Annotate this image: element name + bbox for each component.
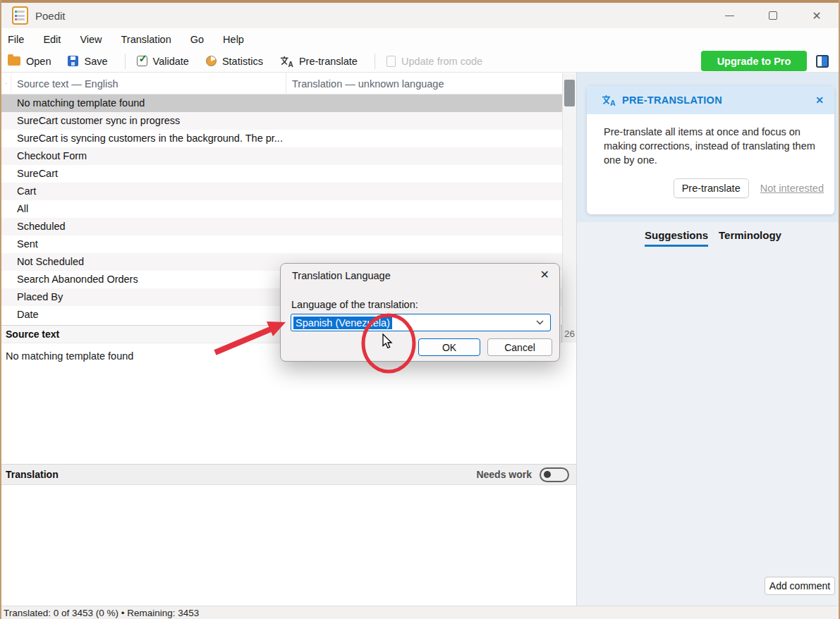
marker-column-header[interactable]: · — [1, 73, 11, 94]
open-label: Open — [26, 56, 51, 67]
list-item[interactable]: Sent — [1, 235, 562, 253]
translate-icon: A — [280, 56, 293, 67]
statusbar: Translated: 0 of 3453 (0 %) • Remaining:… — [1, 606, 839, 619]
menu-item-translation[interactable]: Translation — [121, 34, 171, 45]
source-text-title: Source text — [6, 329, 59, 340]
list-header: · Source text — English Translation — un… — [1, 73, 562, 94]
poedit-app-icon — [12, 6, 28, 25]
needs-work-label: Needs work — [476, 469, 532, 480]
ok-button[interactable]: OK — [418, 338, 480, 356]
dialog-title: Translation Language — [292, 270, 391, 281]
add-comment-button[interactable]: Add comment — [765, 577, 835, 595]
pre-translate-label: Pre-translate — [299, 56, 358, 67]
needs-work-control: Needs work — [476, 467, 569, 482]
pre-translate-action-button[interactable]: Pre-translate — [674, 178, 749, 198]
toolbar-separator — [125, 54, 126, 69]
card-actions: Pre-translate Not interested — [587, 167, 834, 198]
pre-translation-card-header: A PRE-TRANSLATION ✕ — [587, 86, 834, 114]
document-icon — [386, 56, 396, 67]
list-item[interactable]: SureCart is syncing customers in the bac… — [1, 130, 562, 147]
pre-translation-title: PRE-TRANSLATION — [622, 94, 722, 106]
titlebar: Poedit ✕ — [1, 3, 839, 28]
tab-suggestions[interactable]: Suggestions — [645, 229, 708, 247]
menu-item-help[interactable]: Help — [223, 34, 244, 45]
list-item[interactable]: Cart — [1, 183, 562, 200]
list-scrollbar[interactable] — [562, 73, 576, 325]
list-item[interactable]: Checkout Form — [1, 147, 562, 165]
list-item[interactable]: SureCart customer sync in progress — [1, 112, 562, 130]
close-button[interactable]: ✕ — [795, 3, 839, 28]
save-button[interactable]: Save — [68, 56, 107, 67]
update-from-code-label: Update from code — [401, 56, 482, 67]
translation-input-area[interactable] — [1, 485, 576, 606]
list-item[interactable]: All — [1, 200, 562, 218]
menu-item-edit[interactable]: Edit — [43, 34, 61, 45]
tab-terminology[interactable]: Terminology — [719, 229, 781, 247]
status-text: Translated: 0 of 3453 (0 %) • Remaining:… — [4, 608, 199, 618]
scrollbar-thumb[interactable] — [564, 80, 575, 106]
entry-id-badge: 26 — [561, 325, 577, 343]
pre-translation-card: A PRE-TRANSLATION ✕ Pre-translate all it… — [587, 86, 834, 214]
menubar: FileEditViewTranslationGoHelp — [1, 28, 839, 50]
maximize-button[interactable] — [751, 3, 795, 28]
sidebar-tabs: SuggestionsTerminology — [645, 229, 781, 247]
language-field-label: Language of the translation: — [291, 299, 418, 310]
update-from-code-button: Update from code — [386, 56, 482, 67]
menu-item-go[interactable]: Go — [190, 34, 204, 45]
pie-chart-icon — [206, 56, 217, 66]
sidebar: A PRE-TRANSLATION ✕ Pre-translate all it… — [577, 73, 839, 606]
list-item[interactable]: Scheduled — [1, 218, 562, 235]
poedit-window: Poedit ✕ FileEditViewTranslationGoHelp O… — [0, 0, 840, 619]
statistics-label: Statistics — [222, 56, 263, 67]
statistics-button[interactable]: Statistics — [206, 56, 263, 67]
window-frame-top — [0, 0, 840, 3]
not-interested-link[interactable]: Not interested — [760, 183, 824, 194]
save-icon — [68, 56, 78, 66]
folder-icon — [8, 56, 20, 66]
toolbar: Open Save ✓ Validate Statistics A Pre-tr… — [1, 50, 839, 73]
window-title: Poedit — [35, 10, 66, 22]
window-controls: ✕ — [707, 3, 839, 28]
translation-language-dialog: Translation Language ✕ Language of the t… — [280, 263, 560, 362]
save-label: Save — [84, 56, 107, 67]
pre-translation-description: Pre-translate all items at once and focu… — [587, 114, 834, 167]
pre-translate-button[interactable]: A Pre-translate — [280, 56, 358, 67]
sidebar-toggle-icon[interactable] — [816, 55, 829, 68]
minimize-button[interactable] — [707, 3, 751, 28]
dialog-close-icon[interactable]: ✕ — [540, 268, 549, 281]
list-item[interactable]: No matching template found — [1, 94, 562, 112]
validate-button[interactable]: ✓ Validate — [137, 56, 189, 67]
list-item[interactable]: SureCart — [1, 165, 562, 183]
toolbar-separator — [375, 54, 375, 69]
validate-check-icon: ✓ — [137, 56, 147, 66]
window-frame-left — [0, 0, 1, 619]
svg-text:A: A — [288, 60, 293, 67]
translation-column-header[interactable]: Translation — unknown language — [286, 73, 444, 94]
card-close-icon[interactable]: ✕ — [815, 94, 824, 106]
svg-text:A: A — [610, 99, 616, 106]
language-combobox[interactable]: Spanish (Venezuela) — [291, 314, 551, 331]
upgrade-to-pro-button[interactable]: Upgrade to Pro — [701, 51, 807, 71]
needs-work-toggle[interactable] — [540, 467, 569, 482]
source-column-header[interactable]: Source text — English — [11, 73, 286, 94]
translation-header: Translation Needs work — [1, 464, 576, 485]
menu-item-file[interactable]: File — [8, 34, 24, 45]
menu-item-view[interactable]: View — [80, 34, 102, 45]
translation-title: Translation — [6, 469, 59, 480]
combobox-selected-value: Spanish (Venezuela) — [293, 317, 392, 329]
chevron-down-icon[interactable] — [536, 320, 544, 325]
translate-icon: A — [602, 94, 616, 106]
validate-label: Validate — [153, 56, 189, 67]
open-button[interactable]: Open — [8, 56, 51, 67]
cancel-button[interactable]: Cancel — [487, 338, 552, 356]
